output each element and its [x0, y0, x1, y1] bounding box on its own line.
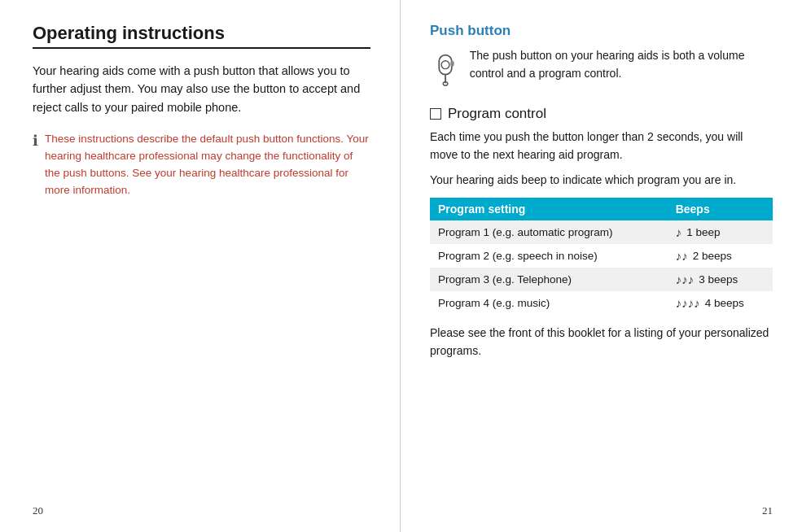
right-page: Push button The push button on your hear… [401, 0, 802, 532]
program-control-row: Program control [430, 106, 773, 122]
program-table: Program setting Beeps Program 1 (e.g. au… [430, 198, 773, 315]
beeps-cell: ♪1 beep [668, 220, 773, 244]
info-icon: ℹ [33, 132, 38, 150]
page-number-left: 20 [33, 504, 43, 517]
table-row: Program 1 (e.g. automatic program)♪1 bee… [430, 220, 773, 244]
table-row: Program 4 (e.g. music)♪♪♪♪4 beeps [430, 291, 773, 315]
note-symbol: ♪♪ [676, 249, 688, 263]
note-box: ℹ These instructions describe the defaul… [33, 131, 370, 199]
checkbox-icon [430, 108, 441, 120]
program-cell: Program 1 (e.g. automatic program) [430, 220, 668, 244]
hearing-aid-icon [430, 46, 460, 94]
intro-body: Your hearing aids come with a push butto… [33, 62, 370, 116]
beep-text: 4 beeps [705, 297, 744, 309]
left-page: Operating instructions Your hearing aids… [0, 0, 401, 532]
table-row: Program 2 (e.g. speech in noise)♪♪2 beep… [430, 244, 773, 268]
note-symbol: ♪ [676, 225, 682, 239]
push-button-desc: The push button on your hearing aids is … [470, 46, 773, 82]
program-control-label: Program control [448, 106, 546, 122]
program-cell: Program 2 (e.g. speech in noise) [430, 244, 668, 268]
program-cell: Program 4 (e.g. music) [430, 291, 668, 315]
beeps-cell: ♪♪♪♪4 beeps [668, 291, 773, 315]
col-header-beeps: Beeps [668, 198, 773, 220]
page-number-right: 21 [762, 504, 773, 517]
beep-text: 2 beeps [693, 250, 732, 262]
push-button-title: Push button [430, 23, 773, 39]
table-header-row: Program setting Beeps [430, 198, 773, 220]
svg-rect-4 [450, 61, 454, 67]
svg-point-1 [441, 61, 449, 69]
beeps-cell: ♪♪♪3 beeps [668, 268, 773, 291]
beeps-cell: ♪♪2 beeps [668, 244, 773, 268]
svg-point-3 [443, 82, 448, 85]
note-text: These instructions describe the default … [45, 131, 370, 199]
program-cell: Program 3 (e.g. Telephone) [430, 268, 668, 291]
beep-text: 1 beep [686, 226, 720, 238]
program-body2: Your hearing aids beep to indicate which… [430, 172, 773, 190]
section-title: Operating instructions [33, 23, 370, 49]
push-button-row: The push button on your hearing aids is … [430, 46, 773, 94]
footer-text: Please see the front of this booklet for… [430, 325, 773, 360]
note-symbol: ♪♪♪♪ [676, 296, 700, 310]
program-body1: Each time you push the button longer tha… [430, 129, 773, 164]
col-header-program: Program setting [430, 198, 668, 220]
beep-text: 3 beeps [699, 273, 738, 286]
note-symbol: ♪♪♪ [676, 273, 695, 286]
table-row: Program 3 (e.g. Telephone)♪♪♪3 beeps [430, 268, 773, 291]
